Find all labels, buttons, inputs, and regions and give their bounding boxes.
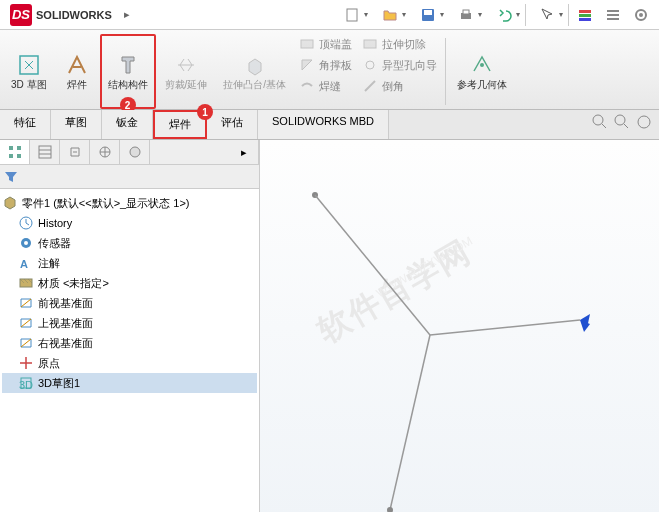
extrude-button: 拉伸凸台/基体 [216, 34, 293, 109]
gusset-button: 角撑板 [295, 55, 356, 75]
svg-rect-21 [39, 146, 51, 158]
app-name: SOLIDWORKS [36, 9, 112, 21]
tab-evaluate[interactable]: 评估 [207, 110, 258, 139]
svg-point-17 [480, 63, 484, 67]
origin-icon [18, 355, 34, 371]
tree-annotations[interactable]: A注解 [2, 253, 257, 273]
sb-tab-dimxpert[interactable] [90, 140, 120, 164]
svg-text:3D: 3D [19, 379, 33, 391]
structural-member-button[interactable]: 结构构件 2 [100, 34, 156, 109]
sb-tab-feature-tree[interactable] [0, 140, 30, 164]
tree-3dsketch1[interactable]: 3D3D草图1 [2, 373, 257, 393]
hole-icon [362, 57, 378, 73]
tree-front-plane[interactable]: 前视基准面 [2, 293, 257, 313]
sb-tab-display[interactable] [120, 140, 150, 164]
svg-text:A: A [20, 258, 28, 270]
material-icon [18, 275, 34, 291]
tab-sheetmetal[interactable]: 钣金 [102, 110, 153, 139]
trim-icon [174, 53, 198, 77]
plane-icon [18, 315, 34, 331]
weldment-icon [65, 53, 89, 77]
logo-icon: DS [10, 4, 32, 26]
3d-sketch-label: 3D 草图 [11, 79, 47, 91]
sb-tab-expand[interactable]: ▸ [229, 140, 259, 164]
new-doc-button[interactable] [333, 2, 371, 28]
graphics-area[interactable]: 软件自学网 WWW.RJZXW.COM [260, 140, 659, 512]
tab-mbd[interactable]: SOLIDWORKS MBD [258, 110, 389, 139]
svg-rect-2 [424, 10, 432, 15]
feature-tree: 零件1 (默认<<默认>_显示状态 1>) History 传感器 A注解 材质… [0, 189, 259, 512]
endcap-icon [299, 36, 315, 52]
tree-history[interactable]: History [2, 213, 257, 233]
view-toolbar [591, 113, 653, 131]
svg-rect-4 [463, 10, 469, 14]
gusset-icon [299, 57, 315, 73]
logo-dropdown[interactable]: ▸ [118, 8, 136, 21]
svg-line-34 [390, 335, 430, 510]
titlebar: DS SOLIDWORKS ▸ [0, 0, 659, 30]
svg-rect-8 [607, 10, 619, 12]
options-button[interactable] [599, 2, 627, 28]
ref-geom-icon [470, 53, 494, 77]
tab-features[interactable]: 特征 [0, 110, 51, 139]
ref-geometry-button[interactable]: 参考几何体 [450, 34, 514, 109]
hole-wizard-button: 异型孔向导 [358, 55, 441, 75]
svg-rect-14 [301, 40, 313, 48]
tree-origin[interactable]: 原点 [2, 353, 257, 373]
sketch3d-icon: 3D [18, 375, 34, 391]
svg-point-26 [24, 241, 28, 245]
endcap-button: 顶端盖 [295, 34, 356, 54]
tree-root[interactable]: 零件1 (默认<<默认>_显示状态 1>) [2, 193, 257, 213]
svg-point-20 [638, 116, 650, 128]
svg-rect-6 [579, 14, 591, 17]
filter-icon[interactable] [4, 170, 18, 184]
ref-geom-label: 参考几何体 [457, 79, 507, 91]
tab-sketch[interactable]: 草图 [51, 110, 102, 139]
weldment-button[interactable]: 焊件 [56, 34, 98, 109]
feature-manager: ▸ 零件1 (默认<<默认>_显示状态 1>) History 传感器 A注解 … [0, 140, 260, 512]
svg-point-35 [387, 507, 393, 512]
svg-point-12 [639, 13, 643, 17]
svg-rect-28 [20, 279, 32, 287]
history-icon [18, 215, 34, 231]
save-button[interactable] [409, 2, 447, 28]
svg-rect-0 [347, 9, 357, 21]
svg-rect-9 [607, 14, 619, 16]
ribbon: 3D 草图 焊件 结构构件 2 剪裁/延伸 拉伸凸台/基体 顶端盖 角撑板 焊缝… [0, 30, 659, 110]
sketch-lines [260, 140, 659, 512]
trim-label: 剪裁/延伸 [165, 79, 208, 91]
undo-button[interactable] [485, 2, 523, 28]
svg-rect-7 [579, 18, 591, 21]
tree-top-plane[interactable]: 上视基准面 [2, 313, 257, 333]
main-area: ▸ 零件1 (默认<<默认>_显示状态 1>) History 传感器 A注解 … [0, 140, 659, 512]
search-icon[interactable] [591, 113, 609, 131]
app-logo: DS SOLIDWORKS [4, 4, 118, 26]
3d-sketch-button[interactable]: 3D 草图 [4, 34, 54, 109]
svg-point-16 [366, 61, 374, 69]
extrude-label: 拉伸凸台/基体 [223, 79, 286, 91]
tab-weldments[interactable]: 焊件 1 [153, 110, 207, 139]
command-tabs: 特征 草图 钣金 焊件 1 评估 SOLIDWORKS MBD [0, 110, 659, 140]
svg-rect-10 [607, 18, 619, 20]
sb-tab-property[interactable] [30, 140, 60, 164]
weldbead-icon [299, 78, 315, 94]
tree-right-plane[interactable]: 右视基准面 [2, 333, 257, 353]
part-icon [2, 195, 18, 211]
select-button[interactable] [528, 2, 566, 28]
tree-sensors[interactable]: 传感器 [2, 233, 257, 253]
sb-tab-config[interactable] [60, 140, 90, 164]
extruded-cut-icon [362, 36, 378, 52]
plane-icon [18, 335, 34, 351]
weldment-label: 焊件 [67, 79, 87, 91]
svg-point-18 [593, 115, 603, 125]
sidebar-toolbar [0, 165, 259, 189]
print-button[interactable] [447, 2, 485, 28]
open-button[interactable] [371, 2, 409, 28]
tree-material[interactable]: 材质 <未指定> [2, 273, 257, 293]
svg-line-33 [430, 320, 580, 335]
settings-button[interactable] [627, 2, 655, 28]
zoom-icon[interactable] [613, 113, 631, 131]
display-icon[interactable] [635, 113, 653, 131]
rebuild-button[interactable] [571, 2, 599, 28]
structural-icon [116, 53, 140, 77]
